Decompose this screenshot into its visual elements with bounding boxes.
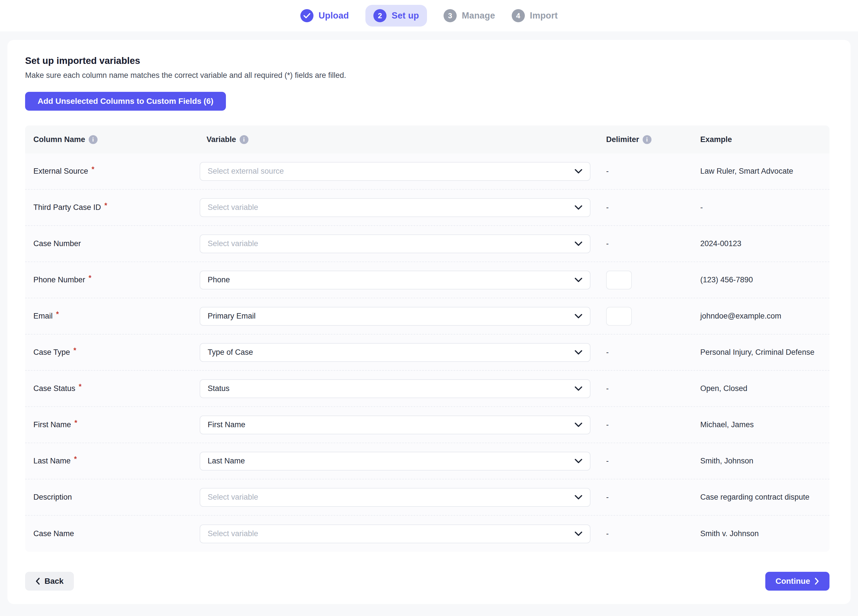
table-row: Phone Number * Phone - (123) 456-7890 [25, 262, 830, 298]
variable-select-value: Last Name [208, 456, 245, 465]
step-upload[interactable]: Upload [300, 9, 349, 22]
variable-select[interactable]: Type of Case [200, 343, 591, 362]
back-button[interactable]: Back [25, 572, 74, 591]
column-name-label: Last Name [33, 456, 71, 465]
chevron-down-icon [575, 531, 583, 536]
variable-select-value: First Name [208, 420, 245, 429]
required-asterisk: * [79, 382, 82, 391]
chevron-down-icon [575, 422, 583, 427]
info-icon[interactable]: i [239, 135, 249, 144]
delimiter-value: - [606, 420, 609, 429]
example-value: johndoe@example.com [700, 312, 781, 320]
variable-select-value: Select variable [208, 529, 258, 538]
column-name-label: Case Status [33, 384, 75, 393]
example-value: Open, Closed [700, 384, 747, 393]
chevron-right-icon [814, 577, 819, 585]
column-header-delimiter: Delimiter i [598, 135, 696, 144]
chevron-down-icon [575, 495, 583, 500]
example-value: Michael, James [700, 420, 754, 429]
step-number: 4 [512, 9, 525, 22]
variable-select[interactable]: Select variable [200, 524, 591, 543]
required-asterisk: * [92, 165, 95, 174]
delimiter-value: - [606, 239, 609, 248]
stepper: Upload 2 Set up 3 Manage 4 Import [300, 5, 558, 26]
example-value: Smith, Johnson [700, 456, 753, 465]
chevron-down-icon [575, 278, 583, 282]
step-import[interactable]: 4 Import [512, 9, 558, 22]
variables-table: Column Name i Variable i Delimiter i Exa… [25, 126, 830, 552]
stepper-bar: Upload 2 Set up 3 Manage 4 Import [0, 0, 858, 31]
step-label: Manage [462, 11, 495, 21]
column-name-label: Case Name [33, 529, 74, 538]
chevron-left-icon [35, 577, 40, 585]
delimiter-input[interactable] [606, 271, 632, 289]
delimiter-value: - [606, 493, 609, 502]
table-row: Case Number * Select variable - 2024-001… [25, 226, 830, 262]
variable-select-value: Select external source [208, 167, 284, 176]
continue-button-label: Continue [776, 577, 810, 586]
table-row: External Source * Select external source… [25, 154, 830, 190]
step-manage[interactable]: 3 Manage [443, 9, 495, 22]
delimiter-value: - [606, 167, 609, 176]
variable-select[interactable]: Select variable [200, 234, 591, 253]
back-button-label: Back [45, 577, 64, 586]
chevron-down-icon [575, 350, 583, 355]
chevron-down-icon [575, 386, 583, 391]
table-row: Description * Select variable - Case reg… [25, 479, 830, 516]
variable-select[interactable]: Last Name [200, 452, 591, 470]
column-header-example: Example i [696, 135, 830, 144]
chevron-down-icon [575, 169, 583, 174]
variable-select[interactable]: Select variable [200, 488, 591, 507]
continue-button[interactable]: Continue [765, 572, 830, 591]
check-circle-icon [300, 9, 314, 22]
step-label: Set up [392, 11, 419, 21]
add-unselected-columns-button[interactable]: Add Unselected Columns to Custom Fields … [25, 92, 226, 111]
example-value: Smith v. Johnson [700, 529, 759, 538]
variable-select-value: Status [208, 384, 230, 393]
example-value: (123) 456-7890 [700, 276, 753, 284]
column-name-label: External Source [33, 167, 88, 176]
variable-select[interactable]: Select external source [200, 162, 591, 181]
required-asterisk: * [104, 201, 107, 209]
page-title: Set up imported variables [25, 55, 833, 66]
required-asterisk: * [75, 419, 77, 427]
table-row: Third Party Case ID * Select variable - … [25, 190, 830, 226]
step-label: Upload [319, 11, 349, 21]
variable-select[interactable]: Phone [200, 271, 591, 289]
step-setup[interactable]: 2 Set up [365, 5, 427, 26]
step-label: Import [530, 11, 558, 21]
page-subtitle: Make sure each column name matches the c… [25, 71, 833, 80]
step-number: 3 [443, 9, 457, 22]
variable-select-value: Type of Case [208, 348, 253, 357]
step-number: 2 [373, 9, 387, 22]
delimiter-value: - [606, 203, 609, 212]
required-asterisk: * [89, 274, 92, 282]
table-row: Case Status * Status - Open, Closed [25, 371, 830, 407]
column-header-variable: Variable i [200, 135, 598, 144]
delimiter-value: - [606, 384, 609, 393]
variable-select[interactable]: Primary Email [200, 307, 591, 326]
variable-select[interactable]: Status [200, 379, 591, 398]
variable-select[interactable]: First Name [200, 416, 591, 434]
table-header: Column Name i Variable i Delimiter i Exa… [25, 126, 830, 154]
column-name-label: Case Number [33, 239, 81, 248]
column-name-label: Phone Number [33, 276, 85, 284]
delimiter-value: - [606, 348, 609, 357]
column-header-label: Variable [207, 135, 236, 144]
example-value: Case regarding contract dispute [700, 493, 810, 501]
variable-select-value: Primary Email [208, 312, 256, 321]
delimiter-input[interactable] [606, 307, 632, 326]
column-name-label: Third Party Case ID [33, 203, 101, 212]
info-icon[interactable]: i [89, 135, 98, 144]
example-value: 2024-00123 [700, 239, 741, 248]
chevron-down-icon [575, 205, 583, 210]
footer-actions: Back Continue [25, 572, 830, 591]
delimiter-value: - [606, 456, 609, 465]
column-header-column-name: Column Name i [25, 135, 200, 144]
variable-select-value: Select variable [208, 239, 258, 248]
column-name-label: Description [33, 493, 72, 502]
table-body: External Source * Select external source… [25, 154, 830, 552]
variable-select[interactable]: Select variable [200, 198, 591, 217]
info-icon[interactable]: i [643, 135, 651, 144]
required-asterisk: * [74, 346, 76, 354]
